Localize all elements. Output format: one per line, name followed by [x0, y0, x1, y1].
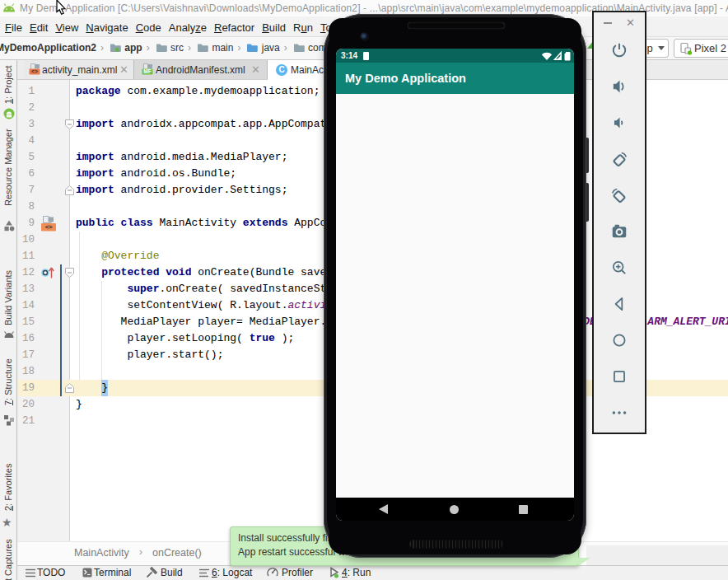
svg-text:MF: MF — [143, 68, 151, 74]
svg-text:<>: <> — [31, 69, 38, 75]
svg-text:<>: <> — [45, 223, 53, 231]
